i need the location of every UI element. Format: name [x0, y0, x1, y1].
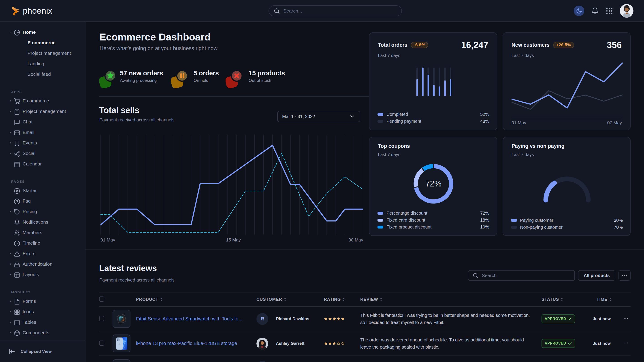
sidebar-item-label: Notifications	[22, 219, 48, 225]
collapsed-view-toggle[interactable]: Collapsed View	[0, 341, 85, 362]
top-coupons-legend-item: Percentage discount 72%	[378, 210, 489, 217]
sidebar-item-project-management[interactable]: Project management	[0, 106, 85, 116]
sidebar-item-label: Project management	[22, 109, 66, 114]
customer-name: Richard Dawkins	[276, 316, 309, 321]
row-checkbox[interactable]	[99, 316, 104, 321]
sidebar-item-timeline[interactable]: Timeline	[0, 238, 85, 248]
sidebar-item-email[interactable]: Email	[0, 127, 85, 137]
column-header-customer[interactable]: CUSTOMER	[256, 297, 324, 302]
rating-stars	[324, 342, 360, 346]
sidebar-item-notifications[interactable]: Notifications	[0, 217, 85, 227]
legend-swatch-icon	[378, 219, 383, 222]
moon-icon	[576, 8, 582, 14]
sidebar-item-label: Chat	[22, 119, 32, 125]
table-row: 12:34 Fitbit Sense Advanced Smartwatch w…	[99, 307, 630, 331]
sidebar-section-apps: APPS	[0, 85, 85, 95]
caret-right-icon	[10, 331, 12, 335]
total-orders-title: Total orders	[378, 42, 407, 48]
caret-right-icon	[10, 262, 12, 266]
check-icon	[568, 317, 572, 321]
legend-label: Fixed product discount	[386, 225, 432, 230]
brand-logo[interactable]: phoenix	[10, 0, 52, 22]
check-icon	[568, 342, 572, 346]
sidebar-item-layouts[interactable]: Layouts	[0, 269, 85, 280]
stat-value: 57 new orders	[120, 69, 163, 77]
reviews-more-button[interactable]	[618, 270, 630, 281]
sort-icon	[380, 298, 382, 301]
caret-right-icon	[10, 299, 12, 303]
sidebar-item-components[interactable]: Components	[0, 327, 85, 338]
total-orders-badge: -6.8%	[411, 42, 428, 48]
sidebar-item-events[interactable]: Events	[0, 137, 85, 148]
stat-caption: Out of stock	[248, 78, 271, 83]
product-thumbnail	[112, 359, 130, 362]
navbar-search-input[interactable]	[283, 8, 397, 14]
row-checkbox[interactable]	[99, 341, 104, 346]
sidebar-item-label: Timeline	[22, 240, 40, 246]
column-header-product[interactable]: PRODUCT	[136, 297, 256, 302]
reviews-search-input[interactable]	[482, 273, 570, 278]
mail-icon	[14, 130, 19, 135]
sidebar-item-calendar[interactable]: Calendar	[0, 159, 85, 169]
sidebar-item-authentication[interactable]: Authentication	[0, 259, 85, 269]
theme-toggle-button[interactable]	[574, 5, 584, 16]
product-link[interactable]: Fitbit Sense Advanced Smartwatch with To…	[136, 316, 250, 322]
user-avatar[interactable]	[620, 4, 634, 18]
caret-right-icon	[10, 321, 12, 324]
date-range-select[interactable]: Mar 1 - 31, 2022	[277, 111, 360, 122]
date-range-value: Mar 1 - 31, 2022	[282, 114, 315, 119]
reviews-search[interactable]	[468, 270, 575, 281]
row-actions-button[interactable]	[623, 316, 629, 321]
sidebar-item-tables[interactable]: Tables	[0, 317, 85, 327]
column-header-status[interactable]: STATUS	[542, 297, 593, 302]
sidebar-item-e-commerce[interactable]: E commerce	[0, 95, 85, 106]
sidebar-item-home[interactable]: Home	[0, 27, 85, 37]
sidebar-subitem-label: Project management	[28, 50, 71, 56]
legend-swatch-icon	[378, 120, 383, 123]
notifications-button[interactable]	[591, 7, 599, 15]
sidebar-subitem-e-commerce[interactable]: E commerce	[0, 37, 85, 48]
sidebar-item-errors[interactable]: Errors	[0, 248, 85, 259]
select-all-checkbox[interactable]	[99, 297, 104, 302]
sidebar-item-faq[interactable]: Faq	[0, 196, 85, 206]
total-sells-chart	[100, 135, 363, 235]
paying-legend-item: Paying customer 30%	[511, 217, 623, 224]
customer-cell[interactable]: Ashley Garrett	[256, 338, 324, 350]
sidebar-item-members[interactable]: Members	[0, 227, 85, 238]
product-link[interactable]: iPhone 13 pro max-Pacific Blue-128GB sto…	[136, 341, 250, 346]
all-products-filter[interactable]: All products	[578, 270, 615, 281]
sidebar-subitem-label: E commerce	[28, 40, 56, 45]
cust-axis-end: 07 May	[607, 120, 622, 125]
bell-icon	[14, 219, 19, 225]
sidebar-subitem-label: Social feed	[28, 71, 51, 77]
status-badge: APPROVED	[542, 314, 575, 323]
total-sells-subtitle: Payment received across all channels	[99, 117, 174, 122]
sidebar-item-chat[interactable]: Chat	[0, 116, 85, 127]
clock-icon	[14, 240, 19, 246]
alert-icon	[14, 251, 19, 256]
caret-right-icon	[10, 110, 12, 113]
sidebar-item-label: E commerce	[22, 98, 49, 103]
top-coupons-legend-item: Fixed product discount 10%	[378, 224, 489, 231]
cross-icon	[226, 67, 248, 89]
sidebar-subitem-social-feed[interactable]: Social feed	[0, 69, 85, 79]
sidebar-item-starter[interactable]: Starter	[0, 185, 85, 196]
top-navbar: phoenix	[0, 0, 644, 22]
legend-value: 10%	[480, 225, 489, 230]
sidebar-subitem-project-management[interactable]: Project management	[0, 48, 85, 58]
new-customers-badge: +26.5%	[553, 42, 574, 48]
column-header-review[interactable]: REVIEW	[360, 297, 542, 302]
sidebar-item-icons[interactable]: Icons	[0, 306, 85, 317]
row-actions-button[interactable]	[623, 340, 629, 346]
apps-grid-button[interactable]	[606, 7, 613, 14]
customer-cell[interactable]: RRichard Dawkins	[256, 313, 324, 325]
sidebar-subitem-landing[interactable]: Landing	[0, 58, 85, 69]
sidebar-item-social[interactable]: Social	[0, 148, 85, 159]
avatar	[256, 361, 268, 362]
sidebar-item-forms[interactable]: Forms	[0, 296, 85, 306]
column-header-rating[interactable]: RATING	[324, 297, 360, 302]
sidebar-item-pricing[interactable]: Pricing	[0, 206, 85, 217]
navbar-search[interactable]	[268, 5, 402, 16]
sidebar-item-label: Tables	[22, 320, 36, 325]
column-header-time[interactable]: TIME	[593, 297, 622, 302]
